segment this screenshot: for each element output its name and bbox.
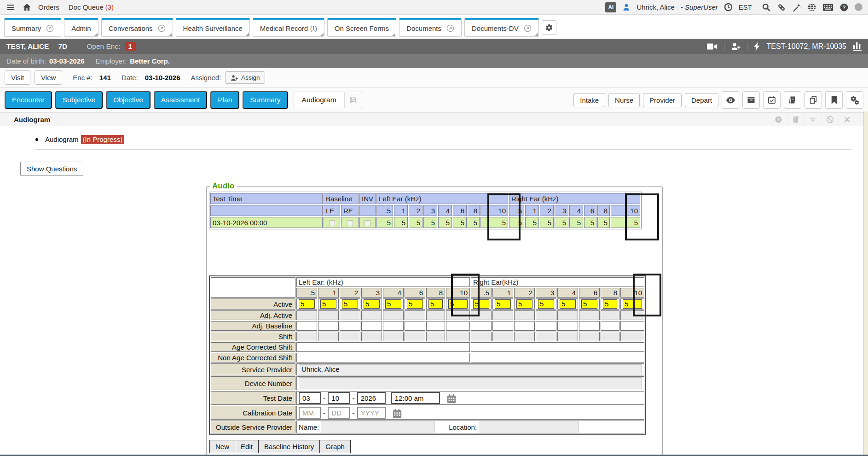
video-call-icon[interactable] xyxy=(707,43,718,50)
topnav-doc-queue[interactable]: Doc Queue(3) xyxy=(69,3,114,11)
test-time-value[interactable]: 03-10-2026 00:00 xyxy=(210,217,323,228)
test-date-year-input[interactable] xyxy=(357,392,386,404)
preview-button[interactable] xyxy=(722,91,739,109)
new-button[interactable]: New xyxy=(209,440,235,453)
active-input[interactable]: 5 xyxy=(385,299,401,309)
settings-button[interactable] xyxy=(846,91,863,109)
open-enc-badge[interactable]: 1 xyxy=(125,42,136,51)
nurse-button[interactable]: Nurse xyxy=(608,93,640,107)
hamburger-menu-icon[interactable] xyxy=(6,3,16,12)
baseline-history-button[interactable]: Baseline History xyxy=(258,440,320,453)
baseline-le-checkbox[interactable] xyxy=(329,220,335,226)
inv-checkbox[interactable] xyxy=(365,220,370,226)
view-button[interactable]: View xyxy=(35,70,62,85)
active-input[interactable]: 5 xyxy=(495,299,511,309)
calibration-month-input[interactable] xyxy=(299,407,321,419)
intake-button[interactable]: Intake xyxy=(573,93,605,107)
active-input[interactable]: 5 xyxy=(623,299,642,309)
tab-health-surveillance[interactable]: Health Surveillance xyxy=(176,18,250,37)
close-icon[interactable] xyxy=(838,114,855,125)
globe-icon[interactable] xyxy=(807,3,816,12)
quick-action-bolt-icon[interactable] xyxy=(754,42,760,51)
baseline-re-checkbox[interactable] xyxy=(347,220,353,226)
topnav-orders[interactable]: Orders xyxy=(38,3,59,11)
help-icon[interactable]: ? xyxy=(839,3,849,12)
test-date-day-input[interactable] xyxy=(328,392,350,404)
nav-objective-button[interactable]: Objective xyxy=(106,91,150,109)
archive-button[interactable] xyxy=(742,91,760,109)
bookmark-button[interactable] xyxy=(825,91,843,109)
tab-documents[interactable]: Documents xyxy=(399,18,462,37)
graph-button[interactable]: Graph xyxy=(319,440,351,453)
chart-book-button[interactable] xyxy=(784,91,801,109)
collapse-chevrons-icon[interactable] xyxy=(804,114,821,125)
osp-name-input[interactable] xyxy=(321,421,435,433)
show-questions-button[interactable]: Show Questions xyxy=(20,162,83,176)
calibration-year-input[interactable] xyxy=(357,407,386,419)
active-input[interactable]: 5 xyxy=(516,299,532,309)
device-number-value[interactable] xyxy=(299,377,642,389)
tab-settings-button[interactable] xyxy=(542,20,556,35)
active-input[interactable]: 5 xyxy=(448,299,468,309)
tab-medical-record[interactable]: Medical Record (1) xyxy=(253,18,324,37)
active-input[interactable]: 5 xyxy=(428,299,443,309)
ai-badge[interactable]: AI xyxy=(605,2,616,12)
popout-icon[interactable] xyxy=(446,24,454,32)
col-inv: INV xyxy=(359,193,376,204)
popout-icon[interactable] xyxy=(524,24,532,32)
link-icon[interactable] xyxy=(777,3,786,12)
audiogram-link[interactable]: Audiogram xyxy=(45,135,79,143)
audiogram-status-item[interactable]: Audiogram (In Progress) xyxy=(35,133,851,150)
provider-button[interactable]: Provider xyxy=(643,93,682,107)
active-input[interactable]: 5 xyxy=(407,299,423,309)
save-icon[interactable] xyxy=(344,92,362,108)
active-input[interactable]: 5 xyxy=(581,299,597,309)
section-book-icon[interactable] xyxy=(787,114,804,125)
home-icon[interactable] xyxy=(22,3,32,12)
summary-data-row[interactable]: 03-10-2026 00:00 5 5 5 5 5 5 5 5 5 5 5 5 xyxy=(210,217,640,228)
add-user-icon[interactable] xyxy=(731,42,741,51)
active-input[interactable]: 5 xyxy=(364,299,380,309)
active-input[interactable]: 5 xyxy=(473,299,489,309)
tab-summary[interactable]: Summary xyxy=(4,18,61,37)
wand-icon[interactable] xyxy=(792,3,801,12)
status-dot-icon[interactable] xyxy=(855,3,862,11)
user-name[interactable]: Uhrick, Alice xyxy=(637,3,675,11)
disable-icon[interactable] xyxy=(821,114,838,125)
nav-encounter-button[interactable]: Encounter xyxy=(5,91,52,109)
audio-legend: Audio xyxy=(210,181,237,191)
copy-forward-button[interactable] xyxy=(804,91,822,109)
depart-button[interactable]: Depart xyxy=(685,93,718,107)
calendar-icon[interactable] xyxy=(446,394,457,404)
popout-icon[interactable] xyxy=(158,24,166,32)
active-input[interactable]: 5 xyxy=(603,299,617,309)
calibration-day-input[interactable] xyxy=(328,407,350,419)
assign-button[interactable]: Assign xyxy=(225,71,265,84)
calendar-icon[interactable] xyxy=(392,409,402,419)
nav-subjective-button[interactable]: Subjective xyxy=(55,91,103,109)
nav-summary-button[interactable]: Summary xyxy=(243,91,288,109)
osp-location-input[interactable] xyxy=(479,421,579,433)
nav-assessment-button[interactable]: Assessment xyxy=(154,91,207,109)
active-input[interactable]: 5 xyxy=(538,299,554,309)
active-input[interactable]: 5 xyxy=(320,299,336,309)
edit-button[interactable]: Edit xyxy=(235,440,259,453)
active-input[interactable]: 5 xyxy=(342,299,358,309)
nav-plan-button[interactable]: Plan xyxy=(210,91,239,109)
active-input[interactable]: 5 xyxy=(560,299,576,309)
bar-chart-icon[interactable] xyxy=(853,42,862,51)
active-form-tab-audiogram[interactable]: Audiogram xyxy=(294,92,362,108)
section-help-icon[interactable]: ? xyxy=(770,114,787,125)
schedule-button[interactable] xyxy=(763,91,781,109)
tab-admin[interactable]: Admin xyxy=(64,18,98,37)
tab-on-screen-forms[interactable]: On Screen Forms xyxy=(327,18,396,37)
keyboard-icon[interactable] xyxy=(822,3,833,12)
tab-documents-dv[interactable]: Documents-DV xyxy=(464,18,539,37)
search-icon[interactable] xyxy=(762,3,771,12)
visit-button[interactable]: Visit xyxy=(5,70,30,85)
popout-icon[interactable] xyxy=(46,24,54,32)
test-date-month-input[interactable] xyxy=(299,392,321,404)
tab-conversations[interactable]: Conversations xyxy=(101,18,173,37)
test-time-input[interactable] xyxy=(391,392,440,404)
active-input[interactable]: 5 xyxy=(299,299,315,309)
